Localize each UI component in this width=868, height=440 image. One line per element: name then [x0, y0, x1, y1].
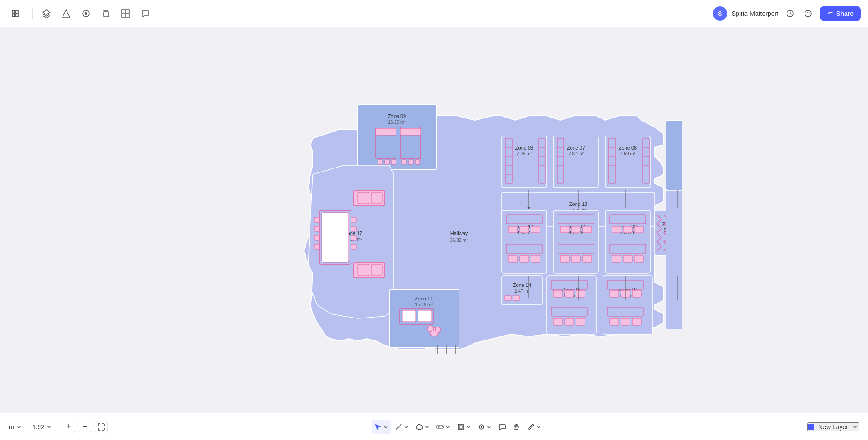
svg-rect-88	[623, 226, 632, 233]
layer-chevron-icon	[852, 424, 858, 430]
floor-plan-svg: Zone 09 16.19 m² Zone 11 17.70 m² Zone 0…	[187, 57, 682, 381]
scale-chevron-icon	[46, 424, 52, 430]
message-tool-button[interactable]	[496, 420, 508, 434]
svg-rect-144	[459, 426, 462, 428]
svg-rect-84	[583, 255, 592, 262]
svg-rect-123	[610, 318, 619, 325]
svg-rect-15	[376, 128, 396, 135]
new-layer-label: New Layer	[818, 423, 848, 431]
svg-point-3	[85, 12, 87, 15]
svg-rect-35	[553, 136, 598, 188]
zone11b-area: 15.36 m²	[415, 302, 433, 307]
svg-rect-18	[378, 160, 382, 164]
svg-rect-74	[520, 255, 529, 262]
frame-tool-button[interactable]	[454, 420, 473, 434]
snap-chevron-icon	[487, 425, 491, 429]
toolbar-right: S Spiria-Matterport ? Share	[713, 6, 861, 21]
svg-rect-17	[400, 128, 421, 135]
zone09-label: Zone 09	[387, 113, 405, 119]
polygon-tool-button[interactable]	[413, 420, 432, 434]
svg-rect-25	[502, 136, 547, 188]
svg-rect-59	[351, 235, 356, 240]
ruler-tool-button[interactable]	[434, 420, 453, 434]
pencil-tool-button[interactable]	[525, 420, 544, 434]
svg-rect-85	[605, 210, 650, 273]
svg-point-132	[435, 327, 441, 332]
share-label: Share	[836, 10, 854, 17]
svg-rect-60	[351, 244, 356, 249]
svg-rect-6	[126, 10, 129, 13]
fill-button[interactable]	[78, 5, 94, 22]
svg-rect-23	[415, 160, 420, 164]
help-button[interactable]: ?	[802, 7, 814, 20]
shapes-button[interactable]	[58, 5, 74, 22]
top-toolbar: S Spiria-Matterport ? Share	[0, 0, 868, 27]
unit-value: m	[9, 423, 14, 431]
hallway-label: Hallway	[450, 231, 468, 236]
layers-button[interactable]	[38, 5, 54, 22]
pencil-icon	[527, 423, 535, 431]
canvas-area[interactable]: Zone 09 16.19 m² Zone 11 17.70 m² Zone 0…	[0, 27, 868, 413]
new-layer-button[interactable]: New Layer	[807, 422, 859, 431]
comment-button[interactable]	[137, 5, 153, 22]
svg-rect-115	[565, 318, 574, 325]
svg-rect-129	[418, 310, 432, 322]
fit-screen-icon	[98, 423, 105, 431]
zone06-area: 7.95 m²	[517, 151, 532, 156]
layer-color-swatch	[808, 424, 814, 430]
svg-rect-53	[314, 217, 319, 222]
zone11b-label: Zone 11	[414, 296, 432, 301]
share-button[interactable]: Share	[820, 6, 861, 21]
measure-tool-button[interactable]	[392, 420, 411, 434]
svg-rect-91	[612, 255, 621, 262]
svg-marker-137	[417, 424, 422, 430]
svg-rect-79	[571, 226, 580, 233]
floorplan[interactable]: Zone 09 16.19 m² Zone 11 17.70 m² Zone 0…	[187, 57, 682, 383]
user-name: Spiria-Matterport	[732, 10, 778, 17]
copy-button[interactable]	[98, 5, 114, 22]
svg-rect-54	[314, 226, 319, 231]
svg-rect-89	[634, 226, 643, 233]
svg-rect-114	[553, 318, 562, 325]
bottom-toolbar: m 1:92 + −	[0, 413, 868, 440]
bottom-left-controls: m 1:92 + −	[9, 421, 108, 433]
svg-rect-8	[126, 14, 129, 17]
svg-marker-1	[63, 10, 70, 17]
svg-rect-57	[351, 217, 356, 222]
svg-rect-119	[610, 290, 619, 297]
svg-rect-95	[666, 190, 682, 330]
ruler-icon	[436, 423, 444, 431]
svg-rect-70	[520, 226, 529, 233]
svg-rect-7	[122, 14, 125, 17]
snap-tool-button[interactable]	[475, 420, 494, 434]
svg-rect-56	[314, 244, 319, 249]
status-icon-button[interactable]	[784, 7, 796, 20]
scale-selector[interactable]: 1:92	[32, 423, 52, 431]
hand-tool-button[interactable]	[510, 420, 523, 434]
select-tool-button[interactable]	[372, 420, 391, 434]
svg-rect-20	[391, 160, 396, 164]
svg-rect-67	[502, 210, 547, 273]
polygon-icon	[416, 423, 423, 431]
scale-value: 1:92	[32, 423, 45, 431]
svg-rect-24	[666, 120, 682, 190]
bottom-center-tools	[372, 420, 544, 434]
user-area: S Spiria-Matterport	[713, 6, 778, 21]
unit-selector[interactable]: m	[9, 423, 22, 431]
ruler-chevron-icon	[445, 425, 450, 429]
message-icon	[499, 423, 506, 431]
svg-rect-73	[508, 255, 517, 262]
svg-rect-111	[565, 290, 574, 297]
pencil-chevron-icon	[536, 425, 541, 429]
zoom-in-button[interactable]: +	[63, 421, 75, 433]
svg-rect-21	[402, 160, 406, 164]
svg-rect-5	[122, 10, 125, 13]
fit-screen-button[interactable]	[95, 421, 108, 433]
zoom-out-button[interactable]: −	[79, 421, 91, 433]
svg-point-146	[481, 426, 482, 428]
logo-button[interactable]	[7, 5, 23, 22]
svg-rect-78	[560, 226, 569, 233]
zone08-area: 7.59 m²	[620, 151, 636, 156]
grid-button[interactable]	[117, 5, 134, 22]
hallway-area: 36.32 m²	[450, 238, 468, 243]
